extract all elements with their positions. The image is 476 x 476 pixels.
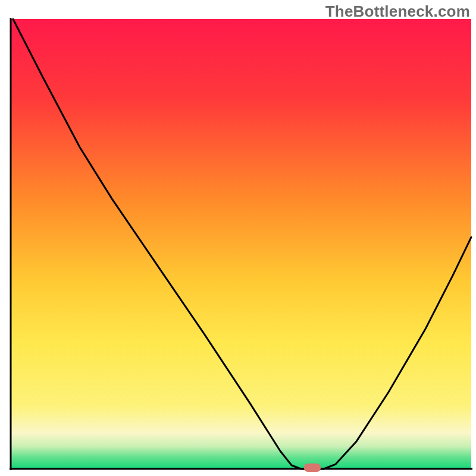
chart-container: TheBottleneck.com [0, 0, 476, 476]
plot-background [11, 19, 471, 469]
optimal-marker [304, 464, 321, 472]
watermark-text: TheBottleneck.com [325, 2, 470, 21]
bottleneck-chart [0, 0, 476, 476]
